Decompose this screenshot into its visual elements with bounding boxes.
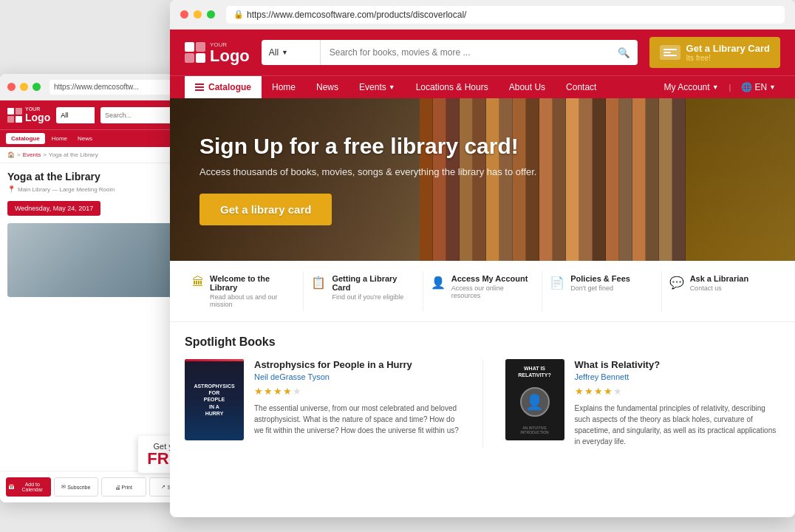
quick-link-welcome[interactable]: 🏛 Welcome to the Library Read about us a… bbox=[185, 271, 304, 311]
back-logo-text: YOUR Logo bbox=[25, 106, 50, 123]
star2-3: ★ bbox=[594, 386, 603, 397]
search-icon: 🔍 bbox=[618, 47, 630, 58]
search-button[interactable]: 🔍 bbox=[611, 40, 638, 65]
star2-1: ★ bbox=[575, 386, 584, 397]
share-icon: ↗ bbox=[161, 484, 166, 490]
star2-4: ★ bbox=[604, 386, 613, 397]
books-grid: ASTROPHYSICSforPEOPLEin aHURRY Astrophys… bbox=[185, 359, 780, 447]
book-name-1: Astrophysics for People in a Hurry bbox=[254, 359, 460, 370]
logo-area: YOUR Logo bbox=[185, 41, 250, 64]
hero-content: Sign Up for a free library card! Access … bbox=[170, 112, 566, 248]
search-input[interactable] bbox=[321, 40, 611, 65]
logo-sq-4 bbox=[16, 116, 22, 123]
star-4: ★ bbox=[283, 386, 292, 397]
book-details-1: Astrophysics for People in a Hurry Neil … bbox=[254, 359, 460, 447]
quick-link-policies[interactable]: 📄 Policies & Fees Don't get fined bbox=[542, 271, 661, 311]
add-to-calendar-button[interactable]: 📅 Add to Calendar bbox=[6, 477, 51, 497]
hero-subtitle: Access thousands of books, movies, songs… bbox=[199, 166, 536, 177]
site-header: YOUR Logo All ▼ 🔍 bbox=[170, 30, 795, 98]
front-minimize-dot[interactable] bbox=[194, 10, 202, 18]
logo-sq-2 bbox=[16, 108, 22, 115]
book-divider bbox=[482, 359, 483, 447]
back-nav-catalogue[interactable]: Catalogue bbox=[6, 133, 45, 144]
nav-contact[interactable]: Contact bbox=[556, 76, 607, 98]
book-stars-1: ★ ★ ★ ★ ★ bbox=[254, 386, 460, 397]
hero-cta-button[interactable]: Get a library card bbox=[199, 194, 332, 225]
book-author-2[interactable]: Jeffrey Bennett bbox=[575, 372, 781, 381]
minimize-dot[interactable] bbox=[20, 83, 28, 91]
back-nav-home[interactable]: Home bbox=[48, 133, 71, 144]
user-icon: 👤 bbox=[431, 276, 446, 290]
back-event-image bbox=[7, 223, 192, 297]
document-icon: 📄 bbox=[550, 276, 564, 290]
star-2: ★ bbox=[264, 386, 273, 397]
quick-link-library-card[interactable]: 📋 Getting a Library Card Find out if you… bbox=[304, 271, 423, 311]
id-card-icon: 📋 bbox=[311, 276, 326, 290]
star2-2: ★ bbox=[584, 386, 593, 397]
print-button[interactable]: 🖨 Print bbox=[101, 477, 146, 497]
library-card-text: Get a Library Card Its free! bbox=[686, 43, 770, 62]
nav-locations[interactable]: Locations & Hours bbox=[406, 76, 499, 98]
events-chevron-icon: ▼ bbox=[389, 83, 395, 91]
front-browser-bar: 🔒 https://www.demcosoftware.com/products… bbox=[170, 0, 795, 30]
get-library-card-button[interactable]: Get a Library Card Its free! bbox=[649, 37, 780, 68]
logo-squares bbox=[185, 42, 205, 63]
nav-language[interactable]: 🌐 EN ▼ bbox=[737, 76, 780, 98]
logo-sq-m-4 bbox=[196, 53, 205, 63]
lang-chevron-icon: ▼ bbox=[769, 83, 776, 91]
front-close-dot[interactable] bbox=[180, 10, 188, 18]
close-dot[interactable] bbox=[7, 83, 16, 91]
back-logo: YOUR Logo bbox=[7, 106, 50, 123]
quick-links-section: 🏛 Welcome to the Library Read about us a… bbox=[170, 261, 795, 322]
nav-home[interactable]: Home bbox=[262, 76, 306, 98]
nav-events[interactable]: Events ▼ bbox=[349, 76, 406, 98]
book-cover-astrophysics: ASTROPHYSICSforPEOPLEin aHURRY bbox=[185, 359, 244, 440]
star2-5-empty: ★ bbox=[613, 386, 622, 397]
star-3: ★ bbox=[273, 386, 282, 397]
maximize-dot[interactable] bbox=[33, 83, 41, 91]
quick-link-account[interactable]: 👤 Access My Account Access our online re… bbox=[423, 271, 542, 311]
back-nav-news[interactable]: News bbox=[74, 133, 96, 144]
subscribe-button[interactable]: ✉ Subscribe bbox=[54, 477, 99, 497]
book-details-2: What is Relativity? Jeffrey Bennett ★ ★ … bbox=[575, 359, 781, 447]
front-browser-window: 🔒 https://www.demcosoftware.com/products… bbox=[170, 0, 795, 517]
building-icon: 🏛 bbox=[192, 276, 204, 289]
book-card-1: ASTROPHYSICSforPEOPLEin aHURRY Astrophys… bbox=[185, 359, 460, 447]
hamburger-icon bbox=[195, 83, 204, 91]
print-icon: 🖨 bbox=[115, 485, 120, 490]
header-top: YOUR Logo All ▼ 🔍 bbox=[170, 30, 795, 75]
nav-divider: | bbox=[729, 83, 731, 92]
site-nav: Catalogue Home News Events ▼ Locations &… bbox=[170, 75, 795, 98]
logo-sq-m-3 bbox=[185, 53, 194, 63]
front-maximize-dot[interactable] bbox=[207, 10, 215, 18]
back-location: 📍 Main Library — Large Meeting Room bbox=[7, 185, 192, 193]
library-card-icon bbox=[660, 45, 680, 60]
logo-sq-m-1 bbox=[185, 42, 194, 52]
logo-sq-1 bbox=[7, 108, 14, 115]
ssl-icon: 🔒 bbox=[233, 10, 244, 19]
einstein-icon: 👤 bbox=[520, 387, 550, 417]
subscribe-icon: ✉ bbox=[61, 484, 66, 490]
back-logo-squares bbox=[7, 108, 22, 123]
book-cover-relativity: WHAT ISRELATIVITY? 👤 AN INTUITIVEINTRODU… bbox=[505, 359, 564, 440]
search-area: All ▼ 🔍 bbox=[262, 40, 638, 65]
account-chevron-icon: ▼ bbox=[712, 83, 719, 91]
nav-my-account[interactable]: My Account ▼ bbox=[660, 76, 723, 98]
search-filter-dropdown[interactable]: All ▼ bbox=[262, 40, 321, 65]
back-search-input[interactable] bbox=[56, 107, 95, 123]
star-1: ★ bbox=[254, 386, 263, 397]
quick-link-librarian[interactable]: 💬 Ask a Librarian Contact us bbox=[662, 271, 780, 311]
logo-sq-3 bbox=[7, 116, 14, 123]
book-author-1[interactable]: Neil deGrasse Tyson bbox=[254, 372, 460, 381]
book-stars-2: ★ ★ ★ ★ ★ bbox=[575, 386, 781, 397]
back-date-badge: Wednesday, May 24, 2017 bbox=[7, 201, 100, 216]
hero-section: Sign Up for a free library card! Access … bbox=[170, 98, 795, 261]
logo-label: YOUR Logo bbox=[210, 41, 250, 64]
book-desc-1: The essential universe, from our most ce… bbox=[254, 403, 460, 436]
nav-about[interactable]: About Us bbox=[499, 76, 556, 98]
nav-catalogue[interactable]: Catalogue bbox=[185, 76, 262, 98]
star-5-empty: ★ bbox=[293, 386, 301, 397]
front-url-bar[interactable]: 🔒 https://www.demcosoftware.com/products… bbox=[226, 6, 785, 24]
spotlight-title: Spotlight Books bbox=[185, 335, 780, 349]
nav-news[interactable]: News bbox=[306, 76, 349, 98]
